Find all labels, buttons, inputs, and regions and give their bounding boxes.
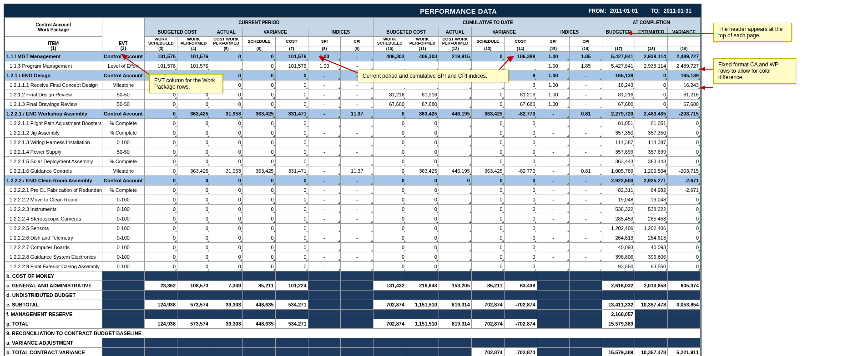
data-cell: 0 xyxy=(210,128,242,138)
data-cell: 82,311 xyxy=(602,186,635,195)
svg-marker-11 xyxy=(507,56,514,62)
data-cell: 0 xyxy=(668,252,701,262)
data-cell: 81,216 xyxy=(373,90,406,100)
data-cell: 0 xyxy=(242,186,275,195)
data-cell: - xyxy=(537,119,570,128)
evt-cell: 0-100 xyxy=(102,224,145,233)
data-cell: 5,427,841 xyxy=(602,61,635,71)
data-cell: 0 xyxy=(177,205,210,214)
data-cell: 0 xyxy=(373,119,406,128)
data-cell: 0 xyxy=(177,100,210,109)
data-cell: 0 xyxy=(373,243,406,252)
data-cell: 0 xyxy=(177,176,210,186)
evt-cell: 0-100 xyxy=(102,205,145,214)
item-cell: 1.2.1.1.1 Receive Final Concept Design xyxy=(5,80,102,90)
item-cell: 1.2.2.2.1 Pre CL Fabrication of Redundan… xyxy=(5,186,102,195)
data-cell: -2,671 xyxy=(668,176,701,186)
data-cell: 0 xyxy=(275,195,308,205)
evt-cell: % Complete xyxy=(102,128,145,138)
evt-cell: Milestone xyxy=(102,80,145,90)
data-cell: 0 xyxy=(177,262,210,271)
data-cell: 0 xyxy=(635,80,668,90)
data-cell: 0 xyxy=(210,214,242,224)
data-cell: - xyxy=(341,195,373,205)
data-cell: 0 xyxy=(504,214,537,224)
data-cell: 0 xyxy=(275,157,308,166)
data-cell: 0 xyxy=(373,252,406,262)
data-cell: 331,471 xyxy=(275,109,308,119)
data-cell: 81,216 xyxy=(602,90,635,100)
item-cell: 1.2.2.1.3 Wiring Harness Installation xyxy=(5,138,102,147)
data-cell: 357,350 xyxy=(602,128,635,138)
callout-header: The header appears at the top of each pa… xyxy=(713,23,792,42)
data-cell: - xyxy=(341,119,373,128)
data-cell: - xyxy=(308,233,341,243)
data-cell: 0 xyxy=(406,186,439,195)
data-cell: - xyxy=(537,243,570,252)
data-cell: - xyxy=(308,195,341,205)
data-cell: -82,770 xyxy=(504,109,537,119)
data-cell: 0 xyxy=(145,138,177,147)
data-cell: 0 xyxy=(471,176,504,186)
item-cell: 1.2.2.2.6 Dish and Telemetry xyxy=(5,233,102,243)
data-cell: - xyxy=(308,80,341,90)
data-cell: 0 xyxy=(210,224,242,233)
evt-cell: 0-100 xyxy=(102,252,145,262)
evt-cell: % Complete xyxy=(102,157,145,166)
data-cell: 0 xyxy=(635,100,668,109)
title-bar: PERFORMANCE DATA FROM: 2011-01-01 TO: 20… xyxy=(5,5,701,17)
data-cell: 40,093 xyxy=(602,243,635,252)
data-cell: - xyxy=(537,233,570,243)
item-cell: 1.2.2.1.5 Solar Deployment Assembly xyxy=(5,157,102,166)
data-cell: 81,216 xyxy=(406,90,439,100)
data-cell: 285,453 xyxy=(635,214,668,224)
data-cell: - xyxy=(341,157,373,166)
data-cell: 0 xyxy=(668,147,701,157)
data-cell: - xyxy=(570,233,602,243)
data-cell: 0 xyxy=(406,128,439,138)
data-cell: 0 xyxy=(242,138,275,147)
data-cell: 31,953 xyxy=(210,166,242,176)
data-cell: 0 xyxy=(177,214,210,224)
data-cell: 0 xyxy=(145,128,177,138)
data-cell: - xyxy=(570,90,602,100)
data-cell: - xyxy=(537,109,570,119)
hdr-cumulative: CUMULATIVE TO DATE xyxy=(373,18,602,27)
table-row: 1.2.1.3 Final Drawings Review50-5000000-… xyxy=(5,100,701,109)
data-cell: 1.00 xyxy=(537,52,570,61)
to-label: TO: xyxy=(647,8,663,14)
data-cell: 0 xyxy=(471,138,504,147)
data-cell: 0 xyxy=(242,71,275,80)
table-row: 1.2.2.2.5 Sensors0-10000000--0000--1,202… xyxy=(5,224,701,233)
data-cell: 67,680 xyxy=(504,100,537,109)
data-cell: 1.85 xyxy=(570,61,602,71)
data-cell: - xyxy=(537,147,570,157)
data-cell: 446,195 xyxy=(439,166,471,176)
data-cell: 0 xyxy=(373,195,406,205)
data-cell: 0 xyxy=(668,214,701,224)
data-cell xyxy=(439,252,471,262)
data-cell: 2,489,727 xyxy=(668,52,701,61)
callout-evt: EVT column for the Work Package rows. xyxy=(149,74,223,93)
data-cell: 0 xyxy=(242,205,275,214)
data-cell: 114,387 xyxy=(602,138,635,147)
data-cell: 0 xyxy=(275,90,308,100)
summary-row: g. TOTAL124,938573,57439,303448,635534,2… xyxy=(5,319,701,329)
item-cell: 1.2.2.2 / ENG Clean Room Assembly xyxy=(5,176,102,186)
data-cell: 0 xyxy=(177,119,210,128)
data-cell: 101,576 xyxy=(177,52,210,61)
data-cell: 2,938,114 xyxy=(635,52,668,61)
data-cell: 0.81 xyxy=(570,109,602,119)
data-cell: 396,806 xyxy=(635,252,668,262)
data-cell: 0 xyxy=(504,243,537,252)
hdr-ca-wp: Control Account Work Package xyxy=(5,18,102,37)
data-cell: 0 xyxy=(145,252,177,262)
data-cell: 0 xyxy=(242,61,275,71)
data-cell: 0 xyxy=(406,243,439,252)
data-cell: 81,216 xyxy=(668,90,701,100)
data-cell: 0 xyxy=(406,214,439,224)
data-cell: 0 xyxy=(471,90,504,100)
data-cell xyxy=(439,90,471,100)
data-cell: 67,680 xyxy=(602,100,635,109)
data-cell: 0 xyxy=(504,119,537,128)
